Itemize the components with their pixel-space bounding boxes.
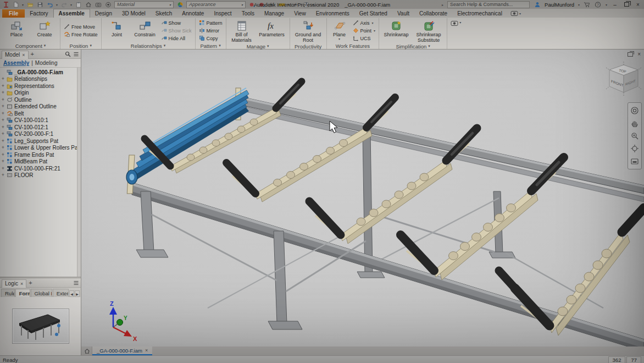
tab-tools[interactable]: Tools — [237, 9, 259, 18]
tab-view[interactable]: View — [289, 9, 311, 18]
tree-item-extended-outline[interactable]: +Extended Outline — [1, 103, 81, 111]
shrinkwrap-substitute-button[interactable]: Shrinkwrap Substitute — [412, 19, 445, 43]
save-icon[interactable] — [36, 1, 43, 8]
undo-icon[interactable] — [46, 1, 53, 8]
tree-item-representations[interactable]: +Representations — [1, 82, 81, 90]
ucs-button[interactable]: UCS — [351, 35, 377, 42]
tree-item-leg-supports-pat[interactable]: +Leg_Supports Pat — [1, 138, 81, 145]
tab-vault[interactable]: Vault — [392, 9, 414, 18]
help-search-input[interactable]: Search Help & Commands... — [447, 1, 530, 8]
tab-global-forms[interactable]: Global Forms — [31, 289, 52, 297]
pattern-group-label[interactable]: Pattern — [197, 42, 225, 49]
tree-item-outline[interactable]: +Outline — [1, 96, 81, 103]
app-store-cart-icon[interactable] — [584, 1, 591, 8]
help-menu-arrow-icon[interactable]: ▾ — [606, 3, 607, 7]
position-group-label[interactable]: Position — [62, 42, 100, 49]
tab-design[interactable]: Design — [90, 9, 117, 18]
work-features-group-label[interactable]: Work Features — [328, 42, 378, 49]
tab-environments[interactable]: Environments — [311, 9, 354, 18]
pattern-button[interactable]: Pattern — [197, 19, 224, 26]
component-group-label[interactable]: Component — [2, 42, 59, 49]
signed-in-user[interactable]: PaulMunford — [545, 2, 574, 8]
tree-item-floor[interactable]: +FLOOR — [1, 172, 81, 179]
document-close-icon[interactable]: × — [637, 51, 641, 57]
minimize-button[interactable]: – — [611, 2, 619, 8]
ground-and-root-button[interactable]: Ground and Root — [292, 19, 325, 43]
graphics-viewport[interactable]: × — [81, 50, 644, 346]
tree-item-origin[interactable]: +Origin — [1, 90, 81, 97]
tab-collaborate[interactable]: Collaborate — [414, 9, 452, 18]
tab-electromechanical[interactable]: Electromechanical — [452, 9, 507, 18]
material-select[interactable]: Material▾ — [114, 1, 174, 8]
productivity-group-label[interactable]: Productivity — [291, 43, 325, 50]
tab-external[interactable]: External — [53, 289, 69, 297]
tab-rules[interactable]: Rules — [1, 289, 15, 297]
tab-get-started[interactable]: Get Started — [354, 9, 392, 18]
look-at-icon[interactable] — [630, 157, 639, 166]
browser-model-tab[interactable]: Model × — [2, 51, 29, 59]
show-button[interactable]: Show — [159, 19, 193, 26]
new-file-icon[interactable] — [12, 1, 19, 8]
logic-add-tab-button[interactable]: + — [29, 279, 32, 286]
joint-button[interactable]: Joint — [103, 19, 131, 42]
expand-icon[interactable]: + — [1, 159, 5, 164]
tree-item-cv-100-012[interactable]: +CV-100-012:1 — [1, 124, 81, 131]
tab-annotate[interactable]: Annotate — [177, 9, 209, 18]
browser-add-tab-button[interactable]: + — [31, 51, 34, 57]
logic-tab-close-icon[interactable]: × — [20, 281, 23, 287]
free-move-button[interactable]: Free Move — [62, 23, 99, 30]
sketch-visibility-icon[interactable] — [104, 1, 112, 8]
tab-assemble[interactable]: Assemble — [53, 9, 90, 18]
shrinkwrap-button[interactable]: Shrinkwrap — [381, 19, 412, 43]
expand-icon[interactable]: + — [1, 125, 5, 130]
expand-icon[interactable]: + — [1, 76, 5, 81]
browser-menu-icon[interactable] — [73, 51, 79, 57]
orbit-icon[interactable] — [630, 144, 639, 153]
tree-item-root-assembly[interactable]: _GA-000-000-F.iam — [1, 69, 81, 76]
manage-group-label[interactable]: Manage — [227, 43, 288, 50]
expand-icon[interactable]: + — [1, 84, 5, 89]
help-icon[interactable] — [595, 1, 602, 8]
tab-inspect[interactable]: Inspect — [209, 9, 236, 18]
expand-icon[interactable]: + — [1, 111, 5, 116]
document-tab-active[interactable]: _GA-000-000-F.iam × — [92, 346, 152, 355]
plane-button[interactable]: Plane▾ — [329, 19, 351, 42]
create-button[interactable]: Create — [31, 19, 58, 42]
relationships-group-label[interactable]: Relationships — [103, 42, 194, 49]
view-cube[interactable]: TOP FRONT RIGHT — [606, 62, 641, 96]
tree-item-belt[interactable]: +Belt — [1, 110, 81, 117]
search-expand-icon[interactable]: ▸ — [442, 3, 443, 7]
document-restore-icon[interactable] — [628, 52, 633, 57]
close-button[interactable]: × — [634, 2, 642, 8]
tab-file[interactable]: File — [2, 9, 25, 18]
restore-button[interactable] — [623, 2, 630, 8]
copy-button[interactable]: Copy — [197, 35, 224, 42]
pan-icon[interactable] — [630, 119, 639, 128]
browser-tab-close-icon[interactable]: × — [22, 52, 25, 58]
tree-item-cv-100-010[interactable]: +CV-100-010:1 — [1, 117, 81, 124]
tab-sketch[interactable]: Sketch — [151, 9, 177, 18]
tree-item-cv-200-000-f[interactable]: +CV-200-000-F:1 — [1, 131, 81, 138]
expand-icon[interactable]: + — [1, 131, 5, 136]
tab-forms[interactable]: Forms — [15, 289, 30, 297]
user-menu-arrow-icon[interactable]: ▾ — [578, 3, 580, 7]
tree-scrollbar[interactable] — [77, 68, 81, 277]
expand-icon[interactable]: + — [1, 166, 5, 171]
tree-item-relationships[interactable]: +Relationships — [1, 76, 81, 83]
expand-icon[interactable]: + — [1, 104, 5, 109]
tab-factory[interactable]: Factory — [25, 9, 53, 18]
tree-item-midbeam-pat[interactable]: +MidBeam Pat — [1, 158, 81, 166]
tree-item-lower-upper-rollers-pat[interactable]: +Lower & Upper Rollers Pat — [1, 145, 81, 152]
home-tab-button[interactable] — [82, 346, 92, 355]
bill-of-materials-button[interactable]: Bill of Materials — [228, 19, 256, 43]
tabs-scroll-right-icon[interactable]: ▶ — [75, 290, 80, 297]
home-view-icon[interactable] — [85, 1, 92, 8]
place-button[interactable]: Place — [3, 19, 30, 42]
browser-search-icon[interactable] — [65, 51, 71, 57]
free-rotate-button[interactable]: Free Rotate — [62, 31, 99, 38]
zoom-icon[interactable] — [630, 131, 639, 140]
tab-overflow-control[interactable]: ▾ — [510, 10, 521, 18]
capture-icon[interactable] — [95, 1, 102, 8]
point-button[interactable]: Point▾ — [351, 27, 377, 34]
constrain-button[interactable]: Constrain — [131, 19, 159, 42]
